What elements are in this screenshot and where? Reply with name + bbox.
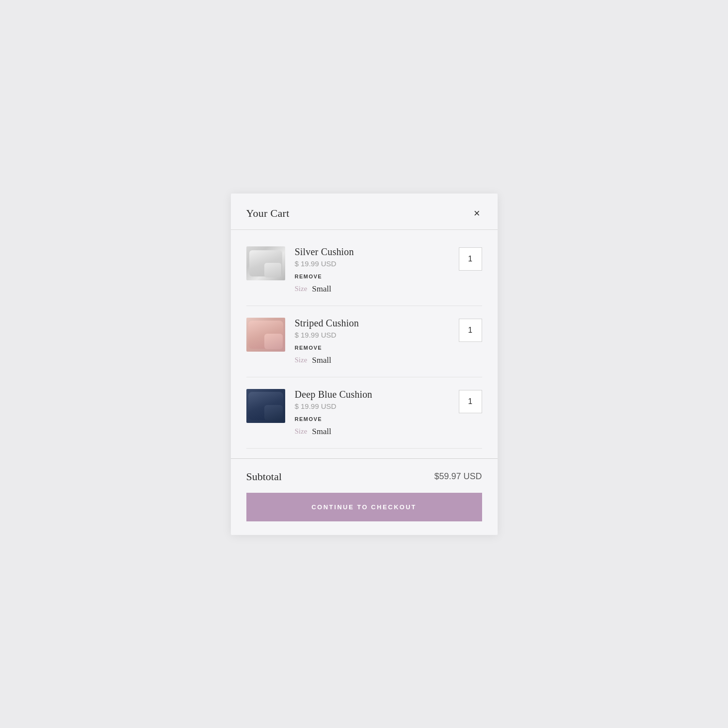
size-value-striped: Small (312, 356, 331, 365)
cart-panel: Your Cart × Silver Cushion $ 19.99 USD R… (231, 194, 498, 535)
cart-item-blue: Deep Blue Cushion $ 19.99 USD REMOVE Siz… (246, 377, 482, 449)
subtotal-row: Subtotal $59.97 USD (246, 470, 482, 483)
item-price-striped: $ 19.99 USD (295, 331, 449, 339)
quantity-striped[interactable]: 1 (459, 319, 482, 342)
quantity-blue[interactable]: 1 (459, 390, 482, 413)
cart-title: Your Cart (246, 207, 290, 220)
item-name-striped: Striped Cushion (295, 318, 449, 329)
cart-items-list: Silver Cushion $ 19.99 USD REMOVE Size S… (231, 230, 498, 453)
item-details-silver: Silver Cushion $ 19.99 USD REMOVE Size S… (295, 246, 449, 294)
size-value-silver: Small (312, 284, 331, 294)
subtotal-label: Subtotal (246, 470, 282, 483)
size-label-silver: Size (295, 285, 307, 293)
quantity-silver[interactable]: 1 (459, 247, 482, 271)
checkout-button[interactable]: CONTINUE TO CHECKOUT (246, 493, 482, 521)
close-button[interactable]: × (472, 207, 482, 220)
product-image-striped (246, 318, 285, 352)
item-size-striped: Size Small (295, 356, 449, 365)
cart-item-striped: Striped Cushion $ 19.99 USD REMOVE Size … (246, 306, 482, 377)
item-name-silver: Silver Cushion (295, 246, 449, 258)
item-price-blue: $ 19.99 USD (295, 402, 449, 410)
subtotal-amount: $59.97 USD (434, 471, 482, 482)
size-value-blue: Small (312, 427, 331, 437)
item-details-blue: Deep Blue Cushion $ 19.99 USD REMOVE Siz… (295, 389, 449, 437)
remove-button-striped[interactable]: REMOVE (295, 345, 323, 351)
size-label-blue: Size (295, 427, 307, 436)
item-details-striped: Striped Cushion $ 19.99 USD REMOVE Size … (295, 318, 449, 365)
item-size-silver: Size Small (295, 284, 449, 294)
item-size-blue: Size Small (295, 427, 449, 437)
remove-button-blue[interactable]: REMOVE (295, 416, 323, 422)
cart-item-silver: Silver Cushion $ 19.99 USD REMOVE Size S… (246, 235, 482, 306)
remove-button-silver[interactable]: REMOVE (295, 274, 323, 279)
item-name-blue: Deep Blue Cushion (295, 389, 449, 400)
cart-footer: Subtotal $59.97 USD CONTINUE TO CHECKOUT (231, 458, 498, 535)
product-image-silver (246, 246, 285, 280)
item-price-silver: $ 19.99 USD (295, 259, 449, 268)
size-label-striped: Size (295, 356, 307, 364)
product-image-blue (246, 389, 285, 423)
cart-header: Your Cart × (231, 194, 498, 230)
